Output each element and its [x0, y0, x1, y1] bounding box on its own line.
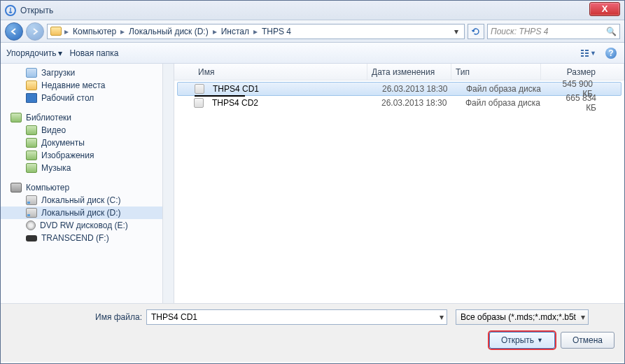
- chevron-right-icon[interactable]: ▸: [252, 27, 259, 36]
- refresh-button[interactable]: [468, 24, 484, 39]
- drive-icon: [26, 208, 37, 218]
- file-type: Файл образа диска: [461, 98, 551, 108]
- sidebar-item-desktop[interactable]: Рабочий стол: [1, 92, 162, 104]
- breadcrumb[interactable]: THPS 4: [260, 27, 293, 36]
- app-icon: [5, 5, 16, 16]
- sidebar-item-downloads[interactable]: Загрузки: [1, 66, 162, 79]
- sidebar-item-drive-c[interactable]: Локальный диск (C:): [1, 194, 162, 206]
- sidebar-item-drive-d[interactable]: Локальный диск (D:): [1, 206, 162, 219]
- search-input[interactable]: Поиск: THPS 4 🔍: [487, 24, 620, 39]
- svg-rect-1: [585, 50, 589, 51]
- file-type: Файл образа диска: [462, 84, 552, 94]
- dvd-icon: [26, 220, 36, 230]
- chevron-right-icon[interactable]: ▸: [211, 27, 218, 36]
- column-size[interactable]: Размер: [541, 64, 624, 80]
- breadcrumb[interactable]: Компьютер: [71, 27, 118, 36]
- libraries-icon: [10, 113, 22, 122]
- chevron-down-icon: ▾: [58, 48, 62, 58]
- svg-rect-2: [581, 52, 584, 54]
- new-folder-button[interactable]: Новая папка: [69, 48, 118, 58]
- sidebar-item-dvd[interactable]: DVD RW дисковод (E:): [1, 219, 162, 232]
- cancel-button[interactable]: Отмена: [561, 332, 615, 349]
- sidebar-item-music[interactable]: Музыка: [1, 162, 162, 174]
- chevron-right-icon[interactable]: ▸: [63, 27, 70, 36]
- file-name: THPS4 CD2: [208, 98, 377, 108]
- file-date: 26.03.2013 18:30: [377, 98, 461, 108]
- back-button[interactable]: [5, 22, 23, 41]
- titlebar: Открыть X: [1, 1, 624, 20]
- sidebar-item-recent[interactable]: Недавние места: [1, 79, 162, 92]
- svg-rect-5: [585, 55, 589, 57]
- split-chevron-icon: ▼: [537, 337, 543, 344]
- open-file-dialog: Открыть X ▸ Компьютер ▸ Локальный диск (…: [0, 0, 625, 364]
- dialog-footer: Имя файла: THPS4 CD1 ▾ Все образы (*.mds…: [1, 303, 624, 362]
- drive-icon: [26, 195, 37, 205]
- help-button[interactable]: ?: [603, 46, 619, 61]
- column-headers: Имя Дата изменения Тип Размер: [174, 64, 624, 80]
- video-icon: [26, 125, 37, 135]
- file-list-pane: Имя Дата изменения Тип Размер THPS4 CD1 …: [174, 64, 624, 303]
- organize-menu[interactable]: Упорядочить ▾: [6, 48, 62, 58]
- file-list: THPS4 CD1 26.03.2013 18:30 Файл образа д…: [174, 80, 624, 303]
- open-button[interactable]: Открыть ▼: [489, 332, 555, 349]
- navigation-tree: Загрузки Недавние места Рабочий стол Биб…: [1, 64, 163, 303]
- file-type-filter[interactable]: Все образы (*.mds;*.mdx;*.b5t ▾: [456, 309, 589, 325]
- computer-icon: [10, 183, 22, 192]
- usb-icon: [26, 235, 37, 241]
- window-title: Открыть: [20, 6, 53, 15]
- sidebar-scrollbar[interactable]: [163, 64, 174, 303]
- svg-rect-3: [585, 52, 589, 54]
- sidebar-group-computer[interactable]: Компьютер: [1, 181, 162, 194]
- file-icon: [195, 84, 204, 94]
- documents-icon: [26, 138, 37, 148]
- folder-icon: [50, 27, 62, 36]
- sidebar-item-transcend[interactable]: TRANSCEND (F:): [1, 232, 162, 244]
- search-icon: 🔍: [606, 27, 617, 36]
- file-date: 26.03.2013 18:30: [378, 84, 462, 94]
- view-options-button[interactable]: ▼: [581, 46, 596, 61]
- file-row[interactable]: THPS4 CD2 26.03.2013 18:30 Файл образа д…: [174, 96, 624, 110]
- chevron-down-icon[interactable]: ▾: [581, 312, 585, 322]
- chevron-right-icon[interactable]: ▸: [119, 27, 126, 36]
- search-placeholder: Поиск: THPS 4: [491, 27, 548, 36]
- breadcrumb[interactable]: Инстал: [220, 27, 251, 36]
- sidebar-item-documents[interactable]: Документы: [1, 136, 162, 149]
- dialog-body: Загрузки Недавние места Рабочий стол Биб…: [1, 64, 624, 303]
- file-name: THPS4 CD1: [209, 84, 378, 94]
- svg-rect-0: [581, 50, 584, 51]
- sidebar-group-libraries[interactable]: Библиотеки: [1, 111, 162, 124]
- sidebar-item-pictures[interactable]: Изображения: [1, 149, 162, 162]
- breadcrumb[interactable]: Локальный диск (D:): [127, 27, 210, 36]
- file-icon: [194, 98, 204, 108]
- chevron-down-icon[interactable]: ▾: [440, 312, 444, 322]
- desktop-icon: [26, 93, 37, 103]
- music-icon: [26, 163, 37, 173]
- forward-button[interactable]: [26, 22, 44, 41]
- address-bar[interactable]: ▸ Компьютер ▸ Локальный диск (D:) ▸ Инст…: [47, 24, 465, 39]
- help-icon: ?: [605, 48, 617, 59]
- navigation-bar: ▸ Компьютер ▸ Локальный диск (D:) ▸ Инст…: [1, 20, 624, 43]
- downloads-icon: [26, 68, 37, 78]
- column-name[interactable]: Имя: [194, 64, 367, 80]
- recent-icon: [26, 80, 37, 90]
- column-type[interactable]: Тип: [451, 64, 541, 80]
- pictures-icon: [26, 150, 37, 160]
- column-date[interactable]: Дата изменения: [367, 64, 451, 80]
- svg-rect-4: [581, 55, 584, 57]
- sidebar-item-video[interactable]: Видео: [1, 124, 162, 136]
- chevron-down-icon: ▼: [590, 50, 596, 57]
- filename-input[interactable]: THPS4 CD1 ▾: [146, 309, 447, 325]
- toolbar: Упорядочить ▾ Новая папка ▼ ?: [1, 43, 624, 64]
- close-button[interactable]: X: [589, 2, 620, 16]
- address-dropdown[interactable]: ▾: [451, 27, 461, 36]
- file-size: 665 834 КБ: [551, 93, 624, 113]
- filename-label: Имя файла:: [9, 312, 142, 322]
